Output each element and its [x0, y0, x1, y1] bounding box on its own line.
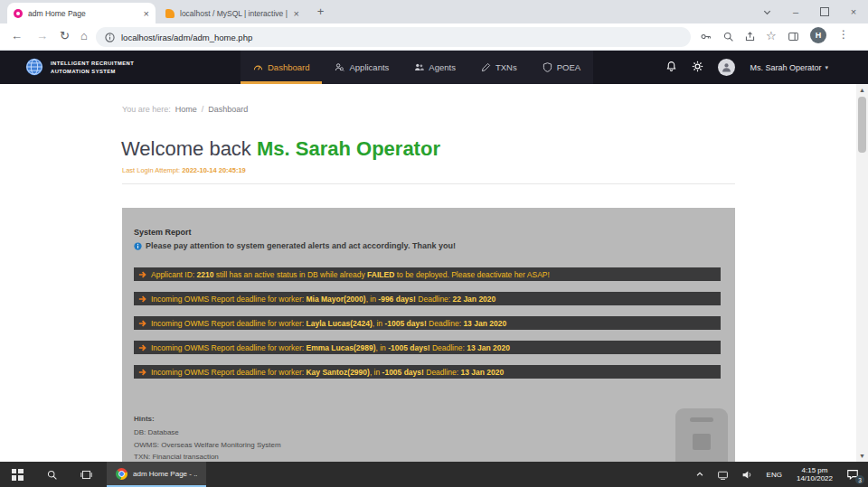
window-controls: – ×: [752, 0, 868, 23]
tab-search-chevron-icon[interactable]: [752, 0, 781, 23]
taskbar-search-icon[interactable]: [34, 462, 69, 487]
tab-adm-home[interactable]: adm Home Page ×: [7, 3, 156, 23]
app-logo-text: INTELLIGENT RECRUITMENT AUTOMATION SYSTE…: [51, 60, 134, 75]
new-tab-button[interactable]: +: [314, 5, 327, 19]
share-icon[interactable]: [744, 30, 756, 46]
dashboard-icon: [253, 62, 263, 72]
alert-segment: 13 Jan 2020: [463, 319, 506, 328]
alert-segment: , in: [376, 343, 389, 352]
alert-segment: 2210: [197, 270, 214, 279]
bookmark-star-icon[interactable]: ☆: [766, 30, 777, 42]
action-center-icon[interactable]: 3: [840, 462, 868, 487]
report-notice-text: Please pay attention to system generated…: [146, 241, 456, 250]
welcome-user-name: Ms. Sarah Operator: [257, 137, 440, 160]
alert-text: Incoming OWMS Report deadline for worker…: [151, 295, 495, 304]
breadcrumb: You are here: Home / Dashboard: [122, 105, 248, 114]
taskbar-chrome-window[interactable]: adm Home Page - ...: [107, 462, 206, 487]
phone-watermark-icon: [675, 408, 728, 462]
poea-shield-icon: [542, 62, 552, 72]
user-name-text: Ms. Sarah Operator: [750, 63, 821, 72]
nav-item-applicants[interactable]: Applicants: [322, 51, 401, 84]
address-bar[interactable]: localhost/iras/adm/adm_home.php: [96, 27, 691, 47]
refresh-icon[interactable]: ↻: [60, 30, 70, 42]
zoom-search-icon[interactable]: [722, 30, 734, 46]
report-notice: Please pay attention to system generated…: [134, 241, 456, 250]
agents-people-icon: [414, 62, 424, 72]
alert-text: Incoming OWMS Report deadline for worker…: [151, 343, 510, 352]
system-report-panel: System Report Please pay attention to sy…: [122, 208, 735, 462]
person-icon: [721, 61, 732, 73]
alert-segment: Deadline:: [416, 295, 453, 304]
screen: adm Home Page × localhost / MySQL | inte…: [0, 0, 868, 487]
maximize-button[interactable]: [810, 0, 839, 23]
start-button[interactable]: [0, 462, 34, 487]
nav-item-poea[interactable]: POEA: [530, 51, 593, 84]
user-menu[interactable]: Ms. Sarah Operator ▾: [750, 63, 828, 72]
task-view-icon[interactable]: [69, 462, 103, 487]
alert-row: Incoming OWMS Report deadline for worker…: [134, 341, 721, 354]
tab-mysql[interactable]: localhost / MySQL | interactive | ×: [159, 3, 306, 23]
browser-menu-icon[interactable]: ⋮: [838, 29, 849, 41]
maximize-icon: [820, 7, 829, 16]
notification-badge: 3: [855, 475, 864, 484]
taskbar-window-title: adm Home Page - ...: [133, 470, 197, 478]
alert-segment: Emma Lucas(2989): [306, 343, 375, 352]
arrow-right-icon: [138, 319, 147, 328]
navbar-right-cluster: Ms. Sarah Operator ▾: [665, 51, 828, 84]
notifications-bell-icon[interactable]: [665, 60, 677, 76]
alerts-list: Applicant ID: 2210 still has an active s…: [134, 267, 721, 389]
scroll-down-icon[interactable]: ▼: [856, 450, 868, 462]
user-avatar[interactable]: [718, 59, 735, 76]
windows-taskbar: adm Home Page - ... ENG 4:15 pm 14/10/20…: [0, 462, 868, 487]
minimize-button[interactable]: –: [781, 0, 810, 23]
alert-segment: Layla Lucas(2424): [306, 319, 372, 328]
home-icon[interactable]: ⌂: [80, 30, 88, 42]
report-title: System Report: [134, 228, 192, 237]
nav-item-dashboard[interactable]: Dashboard: [241, 51, 322, 84]
hidden-icons-chevron-icon[interactable]: [689, 462, 711, 487]
side-panel-icon[interactable]: [788, 30, 799, 46]
alert-segment: to be deployed. Please deactivate her AS…: [394, 270, 550, 279]
scrollbar-thumb[interactable]: [858, 97, 866, 153]
nav-item-txns[interactable]: TXNs: [468, 51, 530, 84]
system-tray: ENG 4:15 pm 14/10/2022 3: [689, 462, 868, 487]
browser-profile-avatar[interactable]: H: [810, 27, 826, 43]
alert-segment: Incoming OWMS Report deadline for worker…: [151, 319, 306, 328]
volume-icon[interactable]: [735, 462, 760, 487]
logo-line-1: INTELLIGENT RECRUITMENT: [51, 60, 134, 68]
logo-line-2: AUTOMATION SYSTEM: [51, 68, 134, 76]
breadcrumb-home-link[interactable]: Home: [175, 105, 197, 114]
phpmyadmin-favicon: [165, 9, 175, 18]
alert-segment: -996 days!: [378, 295, 416, 304]
settings-gear-icon[interactable]: [692, 60, 703, 76]
taskbar-clock[interactable]: 4:15 pm 14/10/2022: [789, 466, 840, 483]
page-scrollbar[interactable]: ▲ ▼: [856, 84, 868, 462]
alert-row: Incoming OWMS Report deadline for worker…: [134, 292, 721, 305]
forward-icon[interactable]: →: [36, 30, 48, 42]
alert-segment: still has an active status in DB while a…: [213, 270, 367, 279]
welcome-greeting: Welcome back: [121, 137, 257, 160]
site-info-icon[interactable]: [105, 33, 115, 42]
tab-close-icon[interactable]: ×: [294, 9, 299, 18]
alert-row: Applicant ID: 2210 still has an active s…: [134, 267, 721, 281]
arrow-right-icon: [138, 270, 147, 279]
clock-date: 14/10/2022: [797, 474, 833, 483]
scroll-up-icon[interactable]: ▲: [856, 84, 868, 96]
tab-close-icon[interactable]: ×: [144, 9, 149, 18]
back-icon[interactable]: ←: [11, 30, 23, 42]
close-window-button[interactable]: ×: [839, 0, 868, 23]
language-indicator[interactable]: ENG: [760, 471, 789, 479]
txn-pencil-icon: [481, 62, 491, 72]
alert-row: Incoming OWMS Report deadline for worker…: [134, 365, 721, 379]
divider: [122, 183, 735, 184]
alert-segment: Kay Santoz(2990): [306, 368, 369, 377]
nav-item-agents[interactable]: Agents: [401, 51, 468, 84]
alert-segment: -1005 days!: [388, 343, 429, 352]
alert-segment: 13 Jan 2020: [467, 343, 510, 352]
chevron-down-icon: ▾: [825, 64, 828, 71]
network-icon[interactable]: [711, 462, 735, 487]
nav-label: Dashboard: [268, 62, 309, 72]
hint-line: OWMS: Overseas Welfare Monitoring System: [134, 439, 281, 452]
alert-segment: Incoming OWMS Report deadline for worker…: [151, 343, 306, 352]
password-key-icon[interactable]: [700, 30, 712, 46]
